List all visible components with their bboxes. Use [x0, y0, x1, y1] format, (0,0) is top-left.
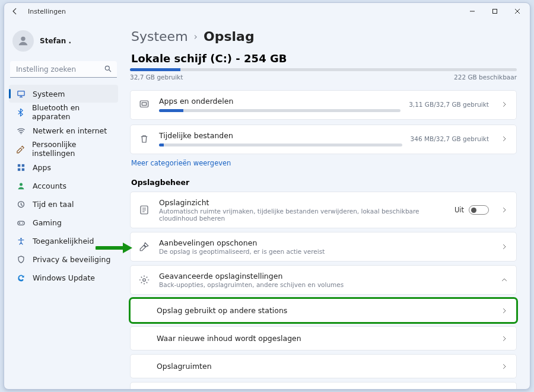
- svg-rect-5: [17, 164, 20, 166]
- breadcrumb-parent[interactable]: Systeem: [131, 29, 188, 44]
- sidebar-item-netwerk[interactable]: Netwerk en internet: [9, 122, 118, 139]
- chevron-right-icon: [501, 206, 508, 213]
- chevron-right-icon: [501, 363, 508, 370]
- wifi-icon: [16, 126, 26, 135]
- svg-point-4: [20, 133, 21, 134]
- apps-icon: [16, 162, 26, 172]
- sub-item-opslag-andere-stations[interactable]: Opslag gebruikt op andere stations: [130, 298, 517, 323]
- sidebar-item-privacy[interactable]: Privacy & beveiliging: [9, 250, 118, 268]
- category-temp[interactable]: Tijdelijke bestanden 346 MB/32,7 GB gebr…: [130, 125, 517, 154]
- sub-item-waar-nieuwe-inhoud[interactable]: Waar nieuwe inhoud wordt opgeslagen: [130, 326, 517, 350]
- search-input[interactable]: [10, 61, 117, 78]
- svg-rect-7: [17, 168, 20, 170]
- sidebar: Stefan . Systeem Bluetooth en apparaten: [4, 20, 123, 389]
- close-icon: [514, 8, 520, 14]
- content-area: Systeem › Opslag Lokale schijf (C:) - 25…: [123, 20, 530, 389]
- settings-window: Instellingen Stefan .: [4, 2, 530, 390]
- sub-item-label: Waar nieuwe inhoud wordt opgeslagen: [157, 334, 301, 343]
- sidebar-item-accounts[interactable]: Accounts: [9, 177, 118, 195]
- storage-mgmt-header: Opslagbeheer: [131, 178, 517, 187]
- category-bar: [159, 109, 401, 112]
- setting-title: Aanbevelingen opschonen: [159, 238, 489, 247]
- chevron-right-icon: [501, 243, 508, 250]
- category-title: Apps en onderdelen: [159, 97, 401, 106]
- svg-rect-0: [493, 9, 497, 14]
- svg-rect-11: [17, 221, 24, 225]
- setting-title: Geavanceerde opslaginstellingen: [159, 272, 489, 281]
- close-button[interactable]: [506, 4, 529, 19]
- sidebar-item-label: Accounts: [33, 181, 66, 190]
- avatar: [12, 30, 34, 52]
- sidebar-nav: Systeem Bluetooth en apparaten Netwerk e…: [9, 85, 118, 286]
- setting-geavanceerd[interactable]: Geavanceerde opslaginstellingen Back-upo…: [130, 265, 517, 295]
- sub-item-label: Opslagruimten: [157, 362, 212, 371]
- time-icon: [16, 199, 26, 209]
- sidebar-item-label: Windows Update: [33, 273, 95, 282]
- back-button[interactable]: [9, 5, 21, 17]
- svg-point-13: [20, 237, 22, 239]
- personalize-icon: [16, 144, 25, 154]
- category-apps[interactable]: Apps en onderdelen 3,11 GB/32,7 GB gebru…: [130, 90, 517, 120]
- svg-point-17: [143, 279, 146, 282]
- sub-item-opslagruimten[interactable]: Opslagruimten: [130, 354, 517, 378]
- sidebar-item-toegankelijkheid[interactable]: Toegankelijkheid: [9, 232, 118, 250]
- maximize-button[interactable]: [484, 4, 506, 19]
- sidebar-item-windows-update[interactable]: Windows Update: [9, 269, 118, 286]
- accessibility-icon: [16, 236, 26, 246]
- toggle-opslaginzicht[interactable]: Uit: [454, 205, 489, 215]
- breadcrumb-current: Opslag: [204, 29, 255, 44]
- sidebar-item-bluetooth[interactable]: Bluetooth en apparaten: [9, 103, 118, 121]
- svg-point-12: [22, 222, 23, 224]
- privacy-icon: [16, 254, 26, 264]
- window-controls: [461, 4, 529, 19]
- system-icon: [16, 89, 26, 98]
- setting-opslaginzicht[interactable]: Opslaginzicht Automatisch ruimte vrijmak…: [130, 192, 517, 228]
- setting-sub: Automatisch ruimte vrijmaken, tijdelijke…: [159, 208, 446, 222]
- svg-point-1: [21, 37, 25, 41]
- update-icon: [16, 273, 26, 282]
- category-bar: [159, 144, 402, 146]
- advanced-sub-list: Opslag gebruikt op andere stations Waar …: [130, 298, 517, 389]
- sub-item-schijven-volumes[interactable]: Schijven en volumes: [130, 382, 517, 389]
- profile-name: Stefan .: [40, 37, 71, 45]
- chevron-right-icon: [501, 101, 508, 108]
- svg-rect-6: [21, 164, 24, 166]
- sidebar-item-label: Tijd en taal: [33, 200, 74, 209]
- sidebar-item-label: Toegankelijkheid: [33, 237, 94, 246]
- chevron-right-icon: [501, 135, 508, 142]
- arrow-left-icon: [11, 7, 19, 15]
- sidebar-item-persoonlijke[interactable]: Persoonlijke instellingen: [9, 140, 118, 158]
- maximize-icon: [492, 8, 498, 14]
- setting-sub: Back-upopties, opslagruimten, andere sch…: [159, 281, 489, 288]
- setting-title: Opslaginzicht: [159, 198, 446, 207]
- chevron-right-icon: [501, 307, 508, 314]
- setting-aanbevelingen[interactable]: Aanbevelingen opschonen De opslag is geo…: [130, 232, 517, 262]
- more-categories-link[interactable]: Meer categorieën weergeven: [131, 159, 517, 167]
- apps-category-icon: [139, 99, 151, 110]
- sidebar-item-gaming[interactable]: Gaming: [9, 213, 118, 231]
- search-box: [10, 61, 117, 78]
- sidebar-item-tijd[interactable]: Tijd en taal: [9, 195, 118, 213]
- titlebar: Instellingen: [4, 3, 530, 20]
- category-usage: 346 MB/32,7 GB gebruikt: [411, 135, 489, 142]
- sidebar-item-label: Persoonlijke instellingen: [32, 140, 112, 158]
- disk-usage-bar: [130, 68, 517, 71]
- sidebar-item-systeem[interactable]: Systeem: [9, 85, 118, 103]
- toggle-state-label: Uit: [454, 206, 464, 214]
- setting-sub: De opslag is geoptimaliseerd, er is geen…: [159, 248, 489, 255]
- window-title: Instellingen: [28, 8, 66, 15]
- minimize-icon: [469, 8, 475, 14]
- minimize-button[interactable]: [461, 4, 484, 19]
- svg-rect-14: [140, 101, 148, 107]
- sidebar-item-apps[interactable]: Apps: [9, 158, 118, 176]
- disk-free-label: 222 GB beschikbaar: [454, 74, 517, 81]
- sidebar-item-label: Apps: [33, 163, 51, 172]
- category-title: Tijdelijke bestanden: [159, 131, 402, 140]
- svg-point-2: [105, 66, 109, 70]
- sidebar-item-label: Privacy & beveiliging: [33, 255, 110, 264]
- sidebar-item-label: Netwerk en internet: [33, 126, 107, 135]
- disk-heading: Lokale schijf (C:) - 254 GB: [131, 52, 517, 65]
- chevron-right-icon: ›: [194, 31, 198, 42]
- category-usage: 3,11 GB/32,7 GB gebruikt: [409, 101, 489, 108]
- profile-block[interactable]: Stefan .: [9, 26, 118, 61]
